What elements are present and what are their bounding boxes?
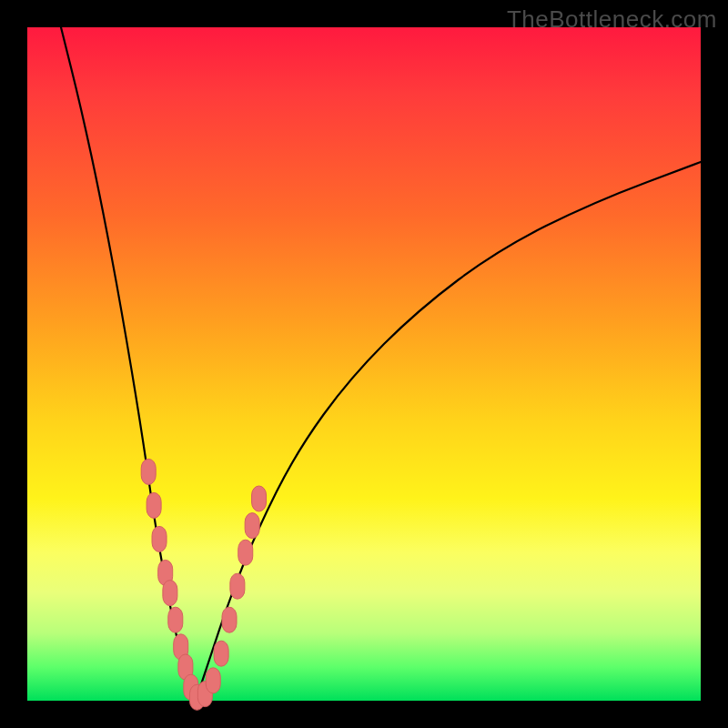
data-marker xyxy=(245,513,259,539)
data-marker xyxy=(168,607,183,632)
curve-group xyxy=(61,27,701,701)
data-marker xyxy=(238,540,253,565)
marker-group xyxy=(141,459,266,710)
plot-area xyxy=(27,27,701,701)
data-marker xyxy=(152,526,167,551)
right-curve xyxy=(196,162,701,701)
data-marker xyxy=(147,492,161,518)
watermark-text: TheBottleneck.com xyxy=(507,5,717,34)
data-marker xyxy=(206,668,220,693)
outer-frame: TheBottleneck.com xyxy=(0,0,728,728)
data-marker xyxy=(141,459,156,484)
data-marker xyxy=(214,641,228,666)
data-marker xyxy=(163,581,177,606)
data-marker xyxy=(230,573,245,599)
chart-svg xyxy=(27,27,701,701)
data-marker xyxy=(252,486,267,511)
data-marker xyxy=(222,607,237,632)
